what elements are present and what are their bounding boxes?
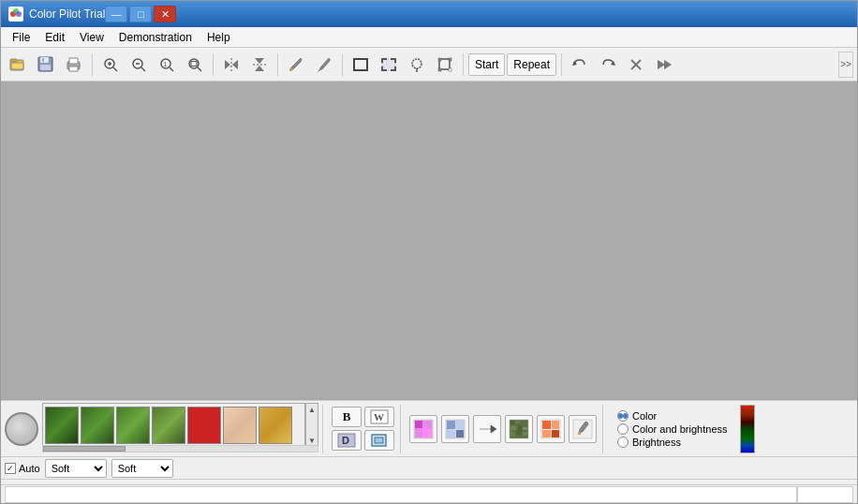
color-palette-button[interactable] — [441, 415, 469, 443]
undo-button[interactable] — [567, 52, 593, 78]
auto-label: Auto — [19, 463, 40, 474]
thumbnail-5[interactable] — [187, 407, 221, 444]
canvas-area[interactable] — [1, 82, 857, 400]
thumbnail-scroll — [42, 403, 305, 448]
radio-cb-dot[interactable] — [617, 423, 629, 435]
status-left — [5, 486, 797, 503]
svg-rect-50 — [415, 421, 422, 428]
select-dash-button[interactable] — [376, 52, 402, 78]
main-window: Color Pilot Trial — □ ✕ File Edit View D… — [0, 0, 858, 504]
zoom-in-button[interactable] — [97, 52, 124, 78]
radio-color-label: Color — [632, 410, 657, 422]
thumbnail-2[interactable] — [81, 407, 114, 444]
svg-rect-72 — [542, 430, 551, 437]
menu-file[interactable]: File — [5, 29, 37, 46]
thumbnail-area: ▲ ▼ — [5, 405, 323, 453]
scroll-up-icon[interactable]: ▲ — [308, 406, 316, 414]
skip-button[interactable] — [651, 52, 677, 78]
repeat-button[interactable]: Repeat — [507, 53, 556, 76]
zoom-out-button[interactable] — [126, 52, 152, 78]
menu-view[interactable]: View — [72, 29, 111, 46]
print-button[interactable] — [61, 52, 87, 78]
color-smear-button[interactable] — [409, 415, 437, 443]
zoom-actual-button[interactable]: 1 — [154, 52, 180, 78]
svg-rect-5 — [11, 63, 23, 69]
svg-rect-34 — [449, 58, 451, 61]
color-tools-area — [404, 405, 603, 453]
radio-color-dot[interactable] — [617, 410, 629, 422]
brush2-button[interactable] — [311, 52, 337, 78]
thumbnail-6[interactable] — [223, 407, 257, 444]
soft-dropdown-1[interactable]: Soft Hard Medium — [45, 459, 107, 478]
svg-rect-55 — [447, 421, 455, 429]
redo-button[interactable] — [595, 52, 621, 78]
svg-rect-73 — [552, 430, 559, 437]
thumbnail-3[interactable] — [116, 407, 150, 444]
menu-help[interactable]: Help — [200, 29, 238, 46]
radio-brightness[interactable]: Brightness — [617, 437, 728, 448]
sep3 — [277, 53, 278, 76]
svg-rect-64 — [518, 425, 522, 431]
radio-color[interactable]: Color — [617, 410, 728, 422]
right-tools-area: Color Color and brightness Brightness — [606, 405, 853, 453]
select-rect-button[interactable] — [348, 52, 374, 78]
open-button[interactable] — [5, 52, 31, 78]
thumbnail-scroll-arrows[interactable]: ▲ ▼ — [305, 403, 318, 448]
svg-point-29 — [289, 67, 293, 70]
flip-h-button[interactable] — [218, 52, 244, 78]
radio-b-dot[interactable] — [617, 437, 629, 448]
statusbar — [1, 484, 857, 503]
transform-button[interactable] — [432, 52, 458, 78]
lasso-button[interactable] — [404, 52, 430, 78]
svg-rect-67 — [516, 431, 522, 435]
box-tool-button[interactable] — [364, 430, 394, 451]
svg-rect-68 — [523, 432, 527, 436]
svg-marker-38 — [611, 61, 615, 66]
color-arrow-button[interactable] — [473, 415, 501, 443]
tool-row-2: D — [332, 430, 394, 451]
svg-rect-71 — [552, 421, 559, 429]
scroll-down-icon[interactable]: ▼ — [308, 437, 316, 445]
expand-icon: >> — [840, 59, 851, 69]
svg-line-17 — [113, 67, 117, 71]
thumbnail-4[interactable] — [152, 407, 185, 444]
radio-options: Color Color and brightness Brightness — [612, 410, 733, 448]
stop-button[interactable] — [623, 52, 649, 78]
brush1-button[interactable] — [283, 52, 309, 78]
preview-circle — [5, 412, 38, 446]
menu-edit[interactable]: Edit — [37, 29, 72, 46]
svg-rect-9 — [42, 58, 44, 62]
thumbnail-1[interactable] — [45, 407, 79, 444]
svg-rect-11 — [69, 58, 78, 64]
zoom-fit-button[interactable] — [182, 52, 208, 78]
svg-rect-70 — [542, 421, 551, 429]
maximize-button[interactable]: □ — [129, 6, 152, 22]
color-dropper-button[interactable] — [569, 415, 597, 443]
minimize-button[interactable]: — — [105, 6, 127, 22]
radio-color-brightness[interactable]: Color and brightness — [617, 423, 728, 435]
color-strip-icon — [740, 405, 755, 453]
svg-text:1: 1 — [164, 61, 168, 67]
w-tool-button[interactable]: W — [364, 407, 394, 427]
save-button[interactable] — [33, 52, 59, 78]
flip-v-button[interactable] — [246, 52, 273, 78]
menu-demonstration[interactable]: Demonstration — [111, 29, 200, 46]
bottom-panel: ▲ ▼ B — [1, 400, 857, 484]
radio-b-label: Brightness — [632, 437, 681, 448]
soft-dropdown-2[interactable]: Soft Hard Medium — [111, 459, 173, 478]
texture-sample-button[interactable] — [505, 415, 533, 443]
color-swatch-button[interactable] — [537, 415, 565, 443]
start-button[interactable]: Start — [468, 53, 505, 76]
svg-line-26 — [198, 67, 201, 71]
svg-point-13 — [77, 63, 79, 65]
close-button[interactable]: ✕ — [154, 6, 176, 22]
window-title: Color Pilot Trial — [29, 7, 105, 21]
thumbnail-7[interactable] — [259, 407, 292, 444]
svg-rect-8 — [40, 65, 51, 70]
b-tool-button[interactable]: B — [332, 407, 362, 427]
d-tool-button[interactable]: D — [332, 430, 362, 451]
svg-rect-60 — [510, 421, 514, 424]
toolbar-expand-button[interactable]: >> — [838, 52, 853, 78]
svg-rect-56 — [456, 421, 464, 429]
auto-checkbox[interactable]: ✓ — [5, 463, 16, 474]
